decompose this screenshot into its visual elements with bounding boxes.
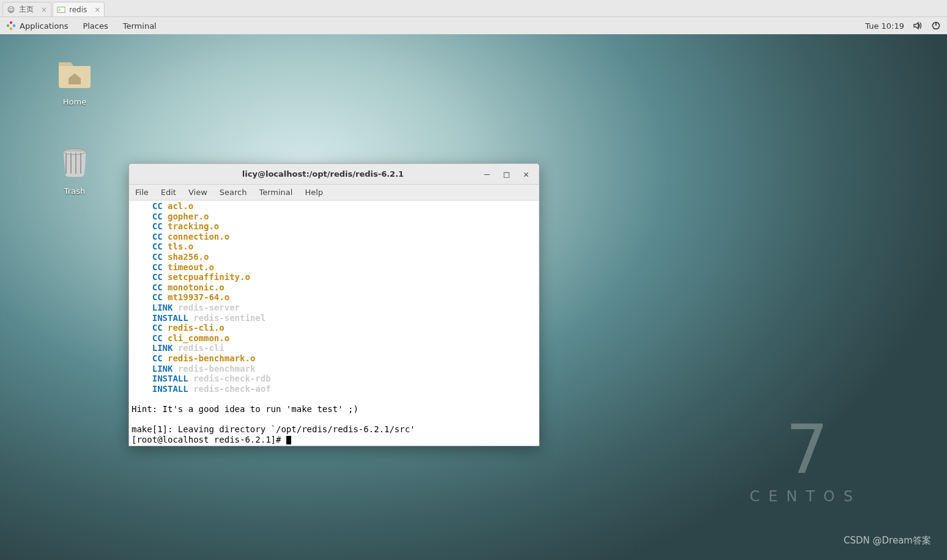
browser-tabbar: ☺ 主页 × redis × [0,0,947,17]
svg-point-3 [7,24,9,27]
browser-tab-redis[interactable]: redis × [53,2,105,17]
tab-label: redis [69,6,87,14]
centos-brand: 7 CENTOS [749,423,861,505]
menu-edit[interactable]: Edit [161,188,176,197]
terminal-window: licy@localhost:/opt/redis/redis-6.2.1 — … [128,163,540,446]
tab-label: 主页 [19,4,34,15]
close-button[interactable]: ✕ [522,169,530,180]
watermark: CSDN @Dream答案 [844,535,931,547]
close-icon[interactable]: × [94,6,100,14]
svg-point-4 [10,28,12,30]
svg-rect-0 [58,7,65,12]
places-menu[interactable]: Places [83,21,108,31]
menu-terminal[interactable]: Terminal [259,188,292,197]
minimize-button[interactable]: — [483,169,491,180]
volume-icon[interactable] [913,21,923,31]
browser-tab-home[interactable]: ☺ 主页 × [2,2,51,17]
clock[interactable]: Tue 10:19 [865,21,904,31]
trash-icon[interactable]: Trash [44,143,105,196]
terminal-menu[interactable]: Terminal [123,21,157,31]
close-icon[interactable]: × [41,6,47,14]
flower-icon [6,21,16,31]
menu-search[interactable]: Search [220,188,247,197]
menu-view[interactable]: View [188,188,207,197]
maximize-button[interactable]: □ [502,169,511,180]
terminal-body[interactable]: CC acl.o CC gopher.o CC tracking.o CC co… [129,201,539,446]
titlebar[interactable]: licy@localhost:/opt/redis/redis-6.2.1 — … [129,164,539,185]
home-folder-icon[interactable]: Home [44,54,105,106]
window-title: licy@localhost:/opt/redis/redis-6.2.1 [172,169,474,179]
menubar: File Edit View Search Terminal Help [129,185,539,201]
xterm-icon [57,6,65,14]
power-icon[interactable] [931,21,941,31]
svg-point-2 [13,24,15,27]
menu-help[interactable]: Help [305,188,323,197]
svg-point-1 [10,21,12,24]
globe-icon: ☺ [7,6,15,14]
gnome-topbar: Applications Places Terminal Tue 10:19 [0,17,947,34]
menu-file[interactable]: File [135,188,149,197]
applications-menu[interactable]: Applications [6,21,68,31]
